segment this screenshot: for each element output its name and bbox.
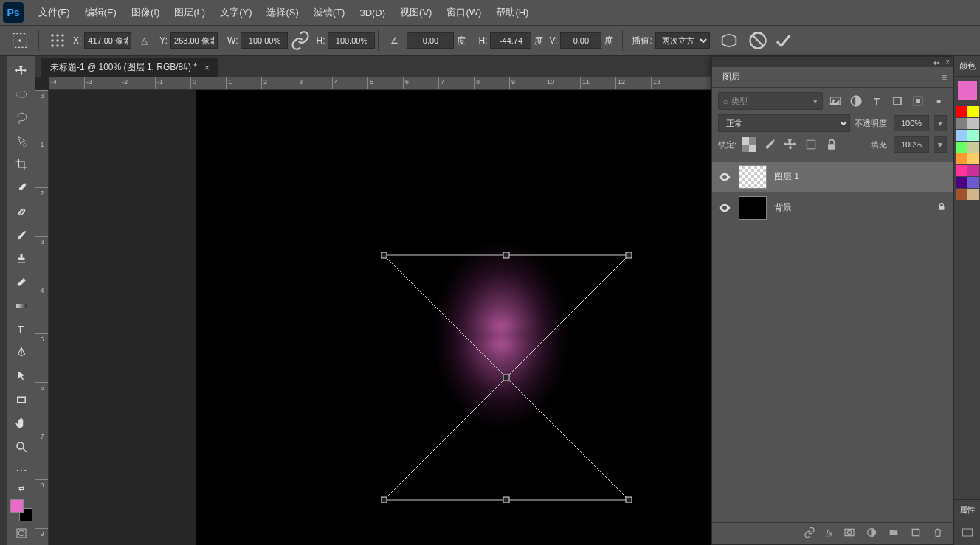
menu-3d[interactable]: 3D(D) <box>352 7 393 18</box>
menu-type[interactable]: 文字(Y) <box>213 6 259 19</box>
color-swatch[interactable] <box>956 153 967 164</box>
filter-shape-icon[interactable] <box>889 93 905 109</box>
eyedropper-tool[interactable] <box>10 177 32 199</box>
lock-position-icon[interactable] <box>782 136 798 153</box>
color-tab[interactable]: 颜色 <box>954 56 980 77</box>
quick-select-tool[interactable] <box>10 131 32 153</box>
eraser-tool[interactable] <box>10 271 32 294</box>
gradient-tool[interactable] <box>10 295 32 317</box>
layer-name[interactable]: 背景 <box>774 201 792 214</box>
group-layers-icon[interactable] <box>888 527 900 541</box>
lasso-tool[interactable] <box>10 107 32 129</box>
color-swatch[interactable] <box>967 130 979 141</box>
menu-window[interactable]: 窗口(W) <box>439 6 489 19</box>
link-wh-icon[interactable] <box>290 30 311 51</box>
cancel-transform-icon[interactable] <box>748 30 768 51</box>
reference-point-icon[interactable] <box>47 30 68 51</box>
commit-transform-icon[interactable] <box>773 30 793 51</box>
collapse-panel-icon[interactable]: ◂◂ <box>932 58 939 66</box>
layer-fx-icon[interactable]: fx <box>826 528 833 539</box>
visibility-icon[interactable] <box>718 170 731 184</box>
color-swatch[interactable] <box>956 142 967 153</box>
delta-icon[interactable]: △ <box>134 30 154 51</box>
layer-row[interactable]: 图层 1 <box>712 162 953 192</box>
layer-thumbnail[interactable] <box>739 165 767 189</box>
doc-tab[interactable]: 未标题-1 @ 100% (图层 1, RGB/8#) * × <box>41 58 218 77</box>
layer-filter-select[interactable]: ⌕类型 ▾ <box>718 92 823 110</box>
color-swatch[interactable] <box>967 177 979 188</box>
skew-h-input[interactable] <box>490 32 531 49</box>
foreground-color[interactable] <box>10 499 24 513</box>
filter-smart-icon[interactable] <box>910 93 926 109</box>
adjustment-layer-icon[interactable] <box>866 527 877 541</box>
collapsed-dock[interactable] <box>0 56 7 545</box>
filter-type-icon[interactable]: T <box>869 93 885 109</box>
color-swatch[interactable] <box>956 118 967 129</box>
menu-help[interactable]: 帮助(H) <box>489 6 536 19</box>
menu-layer[interactable]: 图层(L) <box>167 6 213 19</box>
layer-name[interactable]: 图层 1 <box>774 170 799 183</box>
color-swatch[interactable] <box>967 165 979 176</box>
warp-icon[interactable] <box>719 30 739 51</box>
menu-edit[interactable]: 编辑(E) <box>77 6 124 19</box>
blend-mode-select[interactable]: 正常 <box>718 114 850 132</box>
edit-toolbar-icon[interactable]: ⋯ <box>10 459 32 482</box>
fill-input[interactable] <box>894 136 929 153</box>
color-swatch[interactable] <box>956 130 967 141</box>
lock-paint-icon[interactable] <box>762 136 778 153</box>
zoom-tool[interactable] <box>10 436 32 458</box>
filter-pixel-icon[interactable] <box>827 93 843 109</box>
crop-tool[interactable] <box>10 153 32 176</box>
filter-toggle-icon[interactable]: ● <box>931 93 947 109</box>
layers-tab[interactable]: 图层 <box>712 67 750 87</box>
healing-tool[interactable] <box>10 201 32 223</box>
pen-tool[interactable] <box>10 341 32 364</box>
stamp-tool[interactable] <box>10 248 32 270</box>
properties-icon[interactable] <box>959 524 976 541</box>
color-swatch[interactable] <box>967 153 979 164</box>
color-swatch[interactable] <box>956 189 967 200</box>
color-swatch[interactable] <box>956 106 967 117</box>
color-swatch[interactable] <box>956 177 967 188</box>
w-input[interactable] <box>241 32 288 49</box>
lock-artboard-icon[interactable] <box>803 136 819 153</box>
close-panel-icon[interactable]: × <box>945 58 950 66</box>
move-tool[interactable] <box>10 60 32 82</box>
color-swatch[interactable] <box>967 142 979 153</box>
ruler-vertical[interactable]: 3123456789 <box>35 90 49 545</box>
close-tab-icon[interactable]: × <box>204 63 210 73</box>
menu-view[interactable]: 视图(V) <box>393 6 439 19</box>
color-swatch[interactable] <box>967 189 979 200</box>
lock-transparent-icon[interactable] <box>741 136 757 153</box>
new-layer-icon[interactable] <box>910 527 922 541</box>
menu-image[interactable]: 图像(I) <box>124 6 167 19</box>
delete-layer-icon[interactable] <box>932 527 944 541</box>
link-layers-icon[interactable] <box>804 527 815 541</box>
path-select-tool[interactable] <box>10 365 32 387</box>
lock-all-icon[interactable] <box>824 136 840 153</box>
foreground-background-colors[interactable] <box>10 499 32 521</box>
opacity-input[interactable] <box>894 115 929 131</box>
swap-colors-icon[interactable]: ⇄ <box>10 482 32 494</box>
quick-mask-icon[interactable] <box>10 522 32 544</box>
properties-tab[interactable]: 属性 <box>954 499 980 520</box>
h-input[interactable] <box>328 32 375 49</box>
skew-v-input[interactable] <box>560 32 601 49</box>
current-color-swatch[interactable] <box>958 81 977 100</box>
layer-row[interactable]: 背景 <box>712 192 953 223</box>
color-swatch[interactable] <box>967 106 979 117</box>
shape-tool[interactable] <box>10 389 32 411</box>
menu-file[interactable]: 文件(F) <box>31 6 77 19</box>
transform-tool-icon[interactable] <box>10 30 30 51</box>
fill-dropdown-icon[interactable]: ▾ <box>934 136 947 153</box>
color-swatch[interactable] <box>956 165 967 176</box>
layer-thumbnail[interactable] <box>739 196 767 220</box>
color-swatch[interactable] <box>967 118 979 129</box>
interp-select[interactable]: 两次立方 <box>655 32 710 49</box>
brush-tool[interactable] <box>10 224 32 246</box>
visibility-icon[interactable] <box>718 201 731 215</box>
type-tool[interactable]: T <box>10 318 32 340</box>
angle-input[interactable] <box>407 32 454 49</box>
filter-adjust-icon[interactable] <box>848 93 864 109</box>
marquee-tool[interactable] <box>10 83 32 105</box>
